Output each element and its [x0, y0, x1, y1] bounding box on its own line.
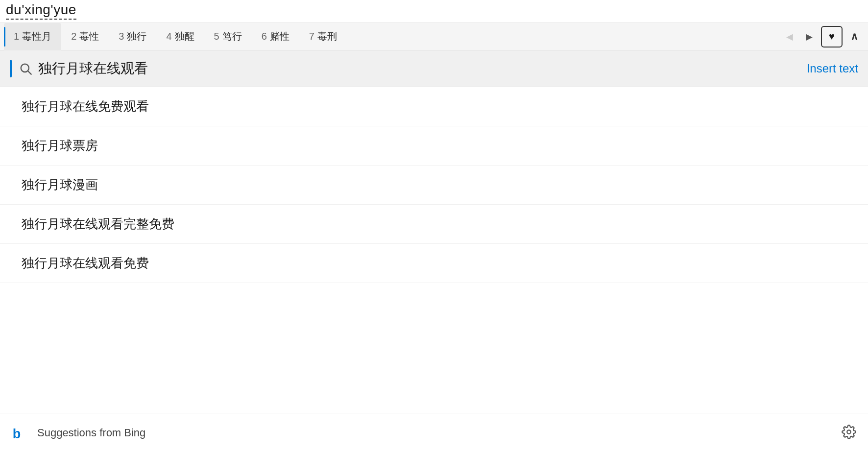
suggestion-item[interactable]: 独行月球在线观看免费 — [0, 244, 868, 283]
search-query-text: 独行月球在线观看 — [38, 59, 807, 78]
svg-point-3 — [847, 430, 851, 434]
tab-label-6: 赌性 — [270, 30, 289, 43]
tab-label-4: 独醒 — [175, 30, 194, 43]
search-icon — [19, 62, 32, 75]
tab-item-7[interactable]: 7毒刑 — [299, 23, 347, 50]
suggestion-text: 独行月球在线观看免费 — [22, 255, 149, 272]
suggestion-text: 独行月球漫画 — [22, 176, 98, 193]
tab-prev-button[interactable] — [780, 27, 799, 47]
tabs-row: 1毒性月2毒性3独行4独醒5笃行6赌性7毒刑 ♥ — [0, 23, 868, 50]
tab-number-5: 5 — [214, 31, 219, 42]
chevron-up-icon — [850, 30, 858, 43]
footer-bar: b Suggestions from Bing — [0, 413, 868, 452]
collapse-button[interactable] — [844, 27, 864, 47]
tab-number-3: 3 — [119, 31, 124, 42]
search-bar: 独行月球在线观看 Insert text — [0, 50, 868, 87]
arrow-left-icon — [786, 31, 793, 42]
tab-label-7: 毒刑 — [317, 30, 337, 43]
bing-logo-icon: b — [12, 424, 29, 442]
gear-icon — [842, 425, 856, 439]
tab-label-3: 独行 — [127, 30, 146, 43]
settings-button[interactable] — [842, 425, 856, 441]
search-accent-bar — [10, 60, 12, 77]
suggestion-item[interactable]: 独行月球票房 — [0, 126, 868, 166]
suggestion-item[interactable]: 独行月球在线观看完整免费 — [0, 205, 868, 244]
tab-item-1[interactable]: 1毒性月 — [4, 23, 61, 50]
favorites-button[interactable]: ♥ — [821, 26, 843, 48]
suggestion-item[interactable]: 独行月球漫画 — [0, 166, 868, 205]
insert-text-button[interactable]: Insert text — [807, 62, 858, 75]
suggestion-text: 独行月球票房 — [22, 137, 98, 154]
arrow-right-icon — [806, 31, 813, 42]
svg-line-1 — [28, 71, 31, 74]
tab-number-2: 2 — [71, 31, 76, 42]
tab-number-7: 7 — [309, 31, 314, 42]
tab-label-2: 毒性 — [79, 30, 99, 43]
input-text[interactable]: du'xing'yue — [6, 2, 76, 20]
tab-label-5: 笃行 — [222, 30, 242, 43]
svg-text:b: b — [13, 426, 21, 441]
input-bar: du'xing'yue — [0, 0, 868, 23]
tab-label-1: 毒性月 — [22, 30, 51, 43]
footer-label: Suggestions from Bing — [37, 427, 842, 439]
tab-item-2[interactable]: 2毒性 — [61, 23, 109, 50]
tab-item-3[interactable]: 3独行 — [109, 23, 156, 50]
tab-number-1: 1 — [14, 31, 19, 42]
tab-number-6: 6 — [262, 31, 267, 42]
suggestion-text: 独行月球在线免费观看 — [22, 98, 149, 115]
tab-item-4[interactable]: 4独醒 — [156, 23, 204, 50]
suggestion-text: 独行月球在线观看完整免费 — [22, 215, 174, 233]
tab-number-4: 4 — [166, 31, 171, 42]
suggestion-item[interactable]: 独行月球在线免费观看 — [0, 87, 868, 126]
tab-item-5[interactable]: 5笃行 — [204, 23, 252, 50]
tab-item-6[interactable]: 6赌性 — [252, 23, 299, 50]
heart-icon: ♥ — [829, 31, 835, 42]
tab-next-button[interactable] — [799, 27, 819, 47]
suggestions-list: 独行月球在线免费观看独行月球票房独行月球漫画独行月球在线观看完整免费独行月球在线… — [0, 87, 868, 283]
